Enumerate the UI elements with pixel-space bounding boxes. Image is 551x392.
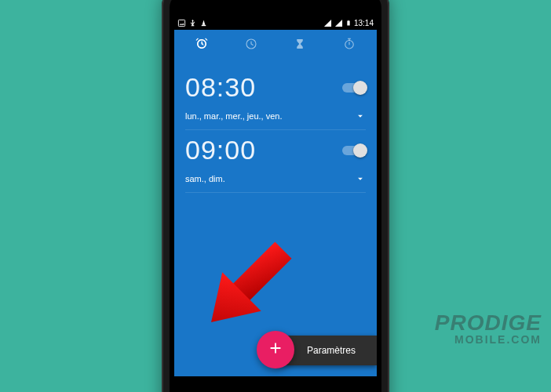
tab-stopwatch[interactable] [325, 30, 374, 61]
phone-frame: 13:14 [162, 0, 389, 392]
alarm-item[interactable]: 09:00 sam., dim. [185, 130, 366, 193]
tab-timer[interactable] [276, 30, 325, 61]
signal-icon-1 [323, 19, 332, 27]
watermark-line2: MOBILE.COM [435, 334, 542, 345]
signal-icon-2 [334, 19, 343, 27]
watermark: PRODIGE MOBILE.COM [435, 312, 542, 345]
usb-icon [188, 19, 197, 27]
svg-rect-1 [202, 24, 206, 25]
alarm-time[interactable]: 08:30 [185, 72, 256, 103]
alarm-days: lun., mar., mer., jeu., ven. [185, 111, 283, 121]
svg-rect-3 [348, 20, 348, 20]
vlc-icon [199, 19, 208, 27]
chevron-down-icon[interactable] [355, 173, 366, 184]
alarm-item[interactable]: 08:30 lun., mar., mer., jeu., ven. [185, 67, 366, 130]
alarm-list: 08:30 lun., mar., mer., jeu., ven. [174, 61, 377, 193]
add-alarm-fab[interactable] [257, 331, 294, 368]
tab-clock[interactable] [227, 30, 276, 61]
alarm-toggle[interactable] [342, 146, 366, 155]
alarm-time[interactable]: 09:00 [185, 135, 256, 165]
hourglass-icon [293, 37, 307, 54]
plus-icon [267, 339, 284, 360]
svg-rect-2 [347, 20, 349, 25]
alarm-days: sam., dim. [185, 174, 225, 183]
status-bar: 13:14 [174, 16, 377, 30]
alarm-toggle[interactable] [342, 83, 366, 93]
screen: 13:14 [174, 16, 377, 376]
svg-rect-0 [178, 20, 184, 26]
stopwatch-icon [342, 37, 356, 54]
menu-item-settings[interactable]: Paramètres [307, 345, 356, 356]
clock-icon [244, 37, 258, 54]
status-time: 13:14 [354, 19, 374, 27]
tab-alarm[interactable] [177, 30, 227, 61]
switch-thumb [353, 143, 367, 158]
watermark-line1: PRODIGE [435, 312, 542, 334]
status-right: 13:14 [323, 19, 374, 27]
battery-icon [345, 19, 352, 27]
alarm-icon [195, 37, 209, 54]
switch-thumb [353, 81, 367, 95]
image-icon [177, 19, 186, 27]
tab-bar [174, 30, 377, 61]
chevron-down-icon[interactable] [355, 111, 366, 122]
phone-inner: 13:14 [170, 0, 381, 392]
status-left [177, 19, 208, 27]
